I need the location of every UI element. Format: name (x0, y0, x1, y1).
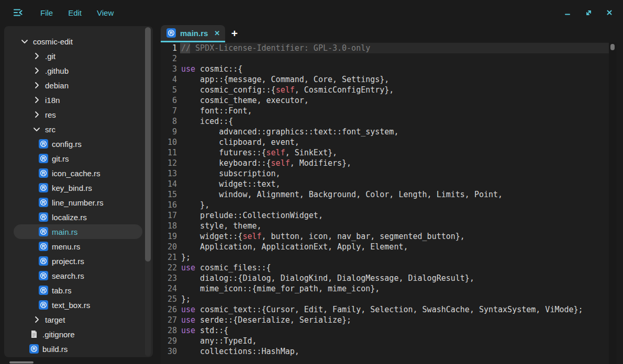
code-line[interactable]: 14 widget::text, (161, 179, 617, 189)
code-line[interactable]: 8 iced::{ (161, 116, 617, 127)
tree-folder-target[interactable]: target (4, 312, 153, 327)
chevron-right-icon[interactable] (32, 81, 41, 90)
editor-scrollbar-track[interactable] (609, 42, 617, 364)
tree-file-main-rs[interactable]: Rmain.rs (4, 224, 153, 239)
sidebar-scrollbar-thumb[interactable] (145, 27, 151, 261)
tree-folder-debian[interactable]: debian (4, 78, 153, 93)
code-line[interactable]: 17 prelude::CollectionWidget, (161, 210, 617, 221)
code-line[interactable]: 3use cosmic::{ (161, 64, 617, 74)
code-line[interactable]: 27use serde::{Deserialize, Serialize}; (161, 315, 617, 325)
tree-folder-res[interactable]: res (4, 107, 153, 122)
tree-item-label: .github (45, 66, 69, 75)
tree-item-label: git.rs (52, 154, 69, 163)
code-line[interactable]: 5 cosmic_config::{self, CosmicConfigEntr… (161, 85, 617, 95)
code-line[interactable]: 1// SPDX-License-Identifier: GPL-3.0-onl… (161, 43, 617, 53)
svg-text:R: R (42, 302, 45, 308)
code-line[interactable]: 18 style, theme, (161, 221, 617, 231)
code-line[interactable]: 6 cosmic_theme, executor, (161, 95, 617, 106)
tree-file-git-rs[interactable]: Rgit.rs (4, 151, 153, 166)
tree-file-tab-rs[interactable]: Rtab.rs (4, 283, 153, 298)
line-text: app::{message, Command, Core, Settings}, (181, 75, 389, 84)
tree-file-key-bind-rs[interactable]: Rkey_bind.rs (4, 180, 153, 195)
chevron-right-icon[interactable] (32, 315, 41, 324)
tree-file-icon-cache-rs[interactable]: Ricon_cache.rs (4, 166, 153, 180)
tree-file-localize-rs[interactable]: Rlocalize.rs (4, 210, 153, 224)
code-line[interactable]: 20 Application, ApplicationExt, Apply, E… (161, 242, 617, 252)
tree-folder-cosmic-edit[interactable]: cosmic-edit (4, 34, 153, 49)
new-tab-button[interactable]: + (228, 27, 241, 40)
code-line[interactable]: 28use std::{ (161, 325, 617, 336)
code-line[interactable]: 26use cosmic_text::{Cursor, Edit, Family… (161, 304, 617, 315)
line-number: 29 (161, 336, 177, 346)
code-token: use (181, 326, 195, 335)
chevron-down-icon[interactable] (20, 37, 29, 46)
chevron-right-icon[interactable] (32, 66, 41, 75)
tree-file-project-rs[interactable]: Rproject.rs (4, 254, 153, 268)
tree-file-line-number-rs[interactable]: Rline_number.rs (4, 195, 153, 210)
tab-close-icon[interactable]: ✕ (214, 29, 220, 37)
code-line[interactable]: 7 font::Font, (161, 106, 617, 116)
code-line[interactable]: 22use cosmic_files::{ (161, 263, 617, 273)
sidebar-horizontal-scrollbar-thumb[interactable] (9, 361, 34, 363)
maximize-icon[interactable] (578, 2, 599, 23)
tree-file--gitignore[interactable]: .gitignore (4, 327, 153, 342)
file-tree-panel: cosmic-edit.git.githubdebiani18nressrcRc… (4, 26, 153, 357)
code-token: serde::{Deserialize, Serialize}; (195, 315, 351, 325)
code-line[interactable]: 21}; (161, 252, 617, 263)
svg-text:R: R (42, 229, 45, 234)
code-line[interactable]: 19 widget::{self, button, icon, nav_bar,… (161, 231, 617, 242)
chevron-right-icon[interactable] (32, 110, 41, 119)
rust-file-icon: R (29, 344, 39, 354)
svg-text:R: R (42, 273, 45, 278)
code-line[interactable]: 29 any::TypeId, (161, 336, 617, 346)
code-line[interactable]: 4 app::{message, Command, Core, Settings… (161, 74, 617, 85)
code-line[interactable]: 23 dialog::{Dialog, DialogKind, DialogMe… (161, 273, 617, 283)
file-tree: cosmic-edit.git.githubdebiani18nressrcRc… (4, 34, 153, 356)
code-line[interactable]: 13 subscription, (161, 168, 617, 179)
tree-folder-src[interactable]: src (4, 122, 153, 136)
code-line[interactable]: 11 futures::{self, SinkExt}, (161, 147, 617, 158)
menu-file[interactable]: File (40, 8, 53, 17)
rust-file-icon: R (39, 183, 48, 192)
code-line[interactable]: 12 keyboard::{self, Modifiers}, (161, 158, 617, 168)
tab-main-rs[interactable]: R main.rs ✕ (161, 25, 225, 41)
menu-view[interactable]: View (97, 8, 114, 17)
tree-folder--git[interactable]: .git (4, 49, 153, 63)
close-icon[interactable] (599, 2, 620, 23)
code-token: self (276, 85, 295, 95)
tree-folder-i18n[interactable]: i18n (4, 93, 153, 107)
line-text: Application, ApplicationExt, Apply, Elem… (181, 242, 408, 252)
code-line[interactable]: 15 window, Alignment, Background, Color,… (161, 189, 617, 200)
tree-folder--github[interactable]: .github (4, 63, 153, 78)
code-line[interactable]: 16 }, (161, 200, 617, 210)
minimize-icon[interactable] (557, 2, 578, 23)
code-line[interactable]: 24 mime_icon::{mime_for_path, mime_icon}… (161, 283, 617, 294)
sidebar-collapse-icon[interactable] (12, 6, 25, 19)
code-line[interactable]: 25}; (161, 294, 617, 304)
line-text: collections::HashMap, (181, 347, 299, 356)
code-token: cosmic::{ (195, 64, 242, 74)
line-text: window, Alignment, Background, Color, Le… (181, 190, 503, 199)
code-token: cosmic_files::{ (195, 263, 271, 272)
menu-edit[interactable]: Edit (68, 8, 82, 17)
line-text: }; (181, 253, 191, 262)
tree-file-build-rs[interactable]: Rbuild.rs (4, 342, 153, 356)
window-controls (557, 0, 623, 25)
code-token: use (181, 315, 195, 325)
code-line[interactable]: 9 advanced::graphics::text::font_system, (161, 127, 617, 137)
tree-file-text-box-rs[interactable]: Rtext_box.rs (4, 298, 153, 312)
code-token: use (181, 305, 195, 314)
editor-scrollbar-thumb[interactable] (610, 44, 615, 50)
tree-file-config-rs[interactable]: Rconfig.rs (4, 136, 153, 151)
code-line[interactable]: 2 (161, 53, 617, 64)
code-line[interactable]: 10 clipboard, event, (161, 137, 617, 147)
code-token: }; (181, 253, 191, 262)
code-editor[interactable]: 1// SPDX-License-Identifier: GPL-3.0-onl… (161, 42, 617, 364)
code-line[interactable]: 30 collections::HashMap, (161, 346, 617, 357)
line-text: subscription, (181, 169, 281, 178)
tree-file-menu-rs[interactable]: Rmenu.rs (4, 239, 153, 254)
chevron-right-icon[interactable] (32, 95, 41, 105)
tree-file-search-rs[interactable]: Rsearch.rs (4, 268, 153, 283)
chevron-right-icon[interactable] (32, 51, 41, 61)
chevron-down-icon[interactable] (32, 124, 41, 134)
